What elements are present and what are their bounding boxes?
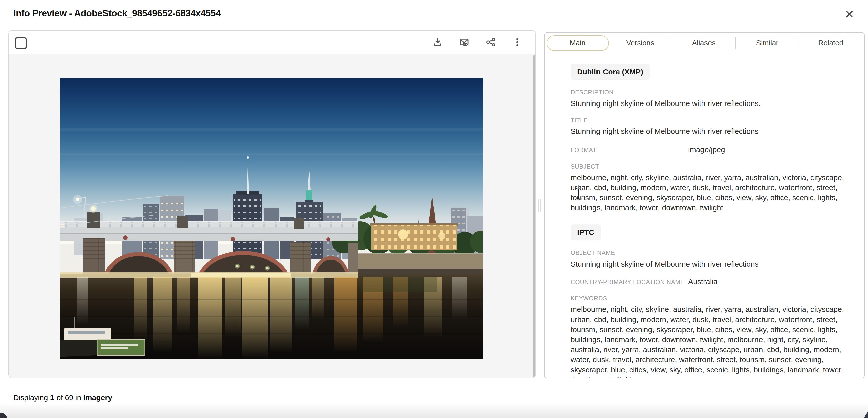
tab-related[interactable]: Related — [799, 39, 862, 47]
text-cursor — [576, 188, 581, 200]
field-object-name: OBJECT NAME Stunning night skyline of Me… — [570, 249, 858, 269]
preview-image — [60, 78, 483, 359]
tab-similar[interactable]: Similar — [736, 39, 799, 47]
email-link-icon — [459, 37, 469, 47]
status-collection-name: Imagery — [83, 393, 112, 402]
object-name-label: OBJECT NAME — [570, 249, 858, 257]
field-keywords: KEYWORDS melbourne, night, city, skyline… — [570, 295, 858, 378]
field-format: FORMAT image/jpeg — [570, 145, 858, 155]
status-displaying: Displaying — [13, 393, 48, 402]
keywords-value: melbourne, night, city, skyline, austral… — [570, 304, 858, 378]
more-options-button[interactable] — [513, 37, 522, 47]
status-text: Displaying 1 of 69 in Imagery — [13, 393, 112, 402]
more-options-icon — [513, 37, 522, 47]
status-current-index: 1 — [50, 393, 55, 402]
title-label: TITLE — [570, 117, 858, 124]
object-name-value: Stunning night skyline of Melbourne with… — [570, 259, 858, 269]
tab-main[interactable]: Main — [547, 35, 609, 51]
melbourne-skyline-photo — [60, 78, 483, 359]
description-value: Stunning night skyline of Melbourne with… — [570, 98, 858, 109]
section-badge-dublin-core: Dublin Core (XMP) — [570, 64, 650, 80]
close-icon — [844, 9, 855, 19]
page-title: Info Preview - AdobeStock_98549652-6834x… — [13, 8, 221, 19]
format-value: image/jpeg — [688, 145, 725, 155]
select-checkbox[interactable] — [15, 37, 27, 49]
country-label: COUNTRY-PRIMARY LOCATION NAME — [570, 278, 684, 286]
tab-bar: Main Versions Aliases Similar Related — [545, 33, 864, 54]
subject-label: SUBJECT — [570, 163, 858, 170]
tab-aliases[interactable]: Aliases — [672, 39, 735, 47]
status-of-total: of 69 in — [57, 393, 81, 402]
field-description: DESCRIPTION Stunning night skyline of Me… — [570, 89, 858, 109]
bottom-fade — [0, 404, 868, 418]
info-panel: Main Versions Aliases Similar Related Du… — [544, 32, 865, 378]
preview-scrollbar[interactable] — [533, 55, 536, 378]
tab-versions[interactable]: Versions — [609, 39, 672, 47]
field-subject: SUBJECT melbourne, night, city, skyline,… — [570, 163, 858, 213]
download-icon — [433, 37, 442, 47]
country-value: Australia — [688, 276, 718, 287]
panel-resize-handle[interactable] — [538, 200, 542, 212]
email-link-button[interactable] — [459, 37, 469, 47]
title-value: Stunning night skyline of Melbourne with… — [570, 126, 858, 137]
metadata-content: Dublin Core (XMP) DESCRIPTION Stunning n… — [545, 54, 864, 378]
keywords-label: KEYWORDS — [570, 295, 858, 302]
subject-value: melbourne, night, city, skyline, austral… — [570, 173, 858, 213]
share-icon — [486, 37, 496, 47]
preview-canvas — [9, 54, 535, 378]
download-button[interactable] — [433, 37, 442, 47]
description-label: DESCRIPTION — [570, 89, 858, 96]
field-country: COUNTRY-PRIMARY LOCATION NAME Australia — [570, 276, 858, 287]
preview-card — [8, 30, 536, 378]
share-button[interactable] — [486, 37, 496, 47]
field-title: TITLE Stunning night skyline of Melbourn… — [570, 117, 858, 137]
close-button[interactable] — [842, 6, 857, 22]
format-label: FORMAT — [570, 147, 596, 154]
section-badge-iptc: IPTC — [570, 224, 601, 240]
preview-toolbar — [9, 31, 535, 54]
